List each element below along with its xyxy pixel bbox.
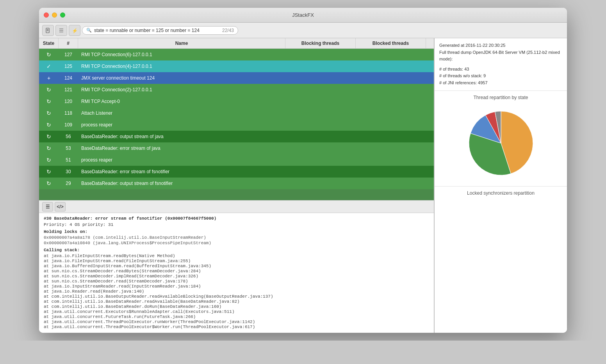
state-cell: + [39, 73, 59, 83]
header-state: State [39, 38, 59, 48]
spacer-cell [426, 123, 434, 126]
document-icon [45, 28, 51, 33]
stack-line: at java.io.InputStreamReader.read(InputS… [44, 284, 429, 289]
spacer-cell [426, 65, 434, 68]
blocked-cell [356, 100, 426, 103]
detail-title: #30 BaseDataReader: error stream of fsno… [44, 216, 429, 221]
generated-label: Generated at 2016-11-22 20:30:25 [439, 42, 562, 49]
search-icon: 🔍 [86, 28, 92, 33]
name-cell: BaseDataReader: error stream of fsnotifi… [78, 167, 285, 176]
number-cell: 53 [59, 144, 78, 153]
name-cell: JMX server connection timeout 124 [78, 74, 285, 82]
stack-lines: at java.io.FileInputStream.readBytes(Nat… [44, 254, 429, 329]
table-row[interactable]: + 124 JMX server connection timeout 124 [39, 72, 434, 84]
number-cell: 30 [59, 167, 78, 176]
search-count: 22/43 [222, 28, 234, 33]
number-cell: 118 [59, 109, 78, 117]
blocked-cell [356, 123, 426, 126]
maximize-button[interactable] [60, 12, 65, 18]
holding-label: Holding locks on: [44, 229, 429, 234]
jni-references: # of JNI references: 4957 [439, 80, 562, 87]
toolbar: ⚡ 🔍 state = runnable or number = 125 or … [39, 23, 567, 38]
table-row[interactable]: ↻ 121 RMI TCP Connection(2)-127.0.0.1 [39, 84, 434, 96]
spacer-cell [426, 76, 434, 80]
table-row[interactable]: ↻ 51 process reaper [39, 154, 434, 166]
blocked-cell [356, 158, 426, 162]
list-button[interactable] [55, 25, 67, 36]
table-row[interactable]: ↻ 127 RMI TCP Connection(6)-127.0.0.1 [39, 49, 434, 60]
blocking-cell [285, 100, 356, 103]
number-cell: 109 [59, 121, 78, 129]
chart-title: Thread repartition by state [439, 95, 562, 100]
number-cell: 56 [59, 132, 78, 141]
traffic-lights[interactable] [44, 12, 65, 18]
stack-line: at java.io.Reader.read(Reader.java:140) [44, 289, 429, 294]
table-row[interactable]: ↻ 109 process reaper [39, 119, 434, 131]
spacer-cell [426, 170, 434, 173]
full-label: Full thread dump OpenJDK 64-Bit Server V… [439, 49, 562, 63]
state-cell: ↻ [39, 97, 59, 106]
blocked-cell [356, 88, 426, 91]
spacer-cell [426, 88, 434, 91]
name-cell: BaseDataReader: error stream of java [78, 144, 285, 153]
flame-button[interactable]: ⚡ [69, 25, 80, 36]
blocked-cell [356, 147, 426, 150]
blocking-cell [285, 112, 356, 115]
header-scroll [426, 38, 434, 48]
blocking-cell [285, 88, 356, 91]
table-row[interactable]: ↻ 120 RMI TCP Accept-0 [39, 96, 434, 107]
threads-no-stack: # of threads w/o stack: 9 [439, 73, 562, 80]
spacer-cell [426, 112, 434, 115]
table-row[interactable]: ↻ 30 BaseDataReader: error stream of fsn… [39, 166, 434, 178]
close-button[interactable] [44, 12, 49, 18]
table-row[interactable]: ↻ 29 BaseDataReader: output stream of fs… [39, 178, 434, 189]
threads-total: # of threads: 43 [439, 66, 562, 73]
document-button[interactable] [42, 25, 54, 36]
name-cell: BaseDataReader: output stream of java [78, 132, 285, 141]
detail-panel: ☰ </> #30 BaseDataReader: error stream o… [39, 200, 434, 333]
detail-list-button[interactable]: ☰ [42, 202, 53, 211]
state-cell: ↻ [39, 144, 59, 153]
state-cell: ↻ [39, 85, 59, 94]
titlebar: JStackFX [39, 8, 567, 23]
name-cell: RMI TCP Accept-0 [78, 97, 285, 106]
table-row[interactable]: ✓ 125 RMI TCP Connection(4)-127.0.0.1 [39, 60, 434, 72]
state-cell: ↻ [39, 179, 59, 188]
name-cell: Attach Listener [78, 109, 285, 117]
detail-toolbar: ☰ </> [39, 201, 434, 213]
name-cell: RMI TCP Connection(4)-127.0.0.1 [78, 62, 285, 71]
spacer-cell [426, 182, 434, 185]
number-cell: 29 [59, 179, 78, 188]
number-cell: 124 [59, 74, 78, 82]
name-cell: RMI TCP Connection(2)-127.0.0.1 [78, 85, 285, 94]
pie-chart [466, 108, 536, 178]
search-input[interactable]: state = runnable or number = 125 or numb… [94, 28, 200, 33]
detail-priority: Priority: 4 OS priority: 31 [44, 222, 429, 227]
blocking-cell [285, 123, 356, 126]
main-content: State # Name Blocking threads Blocked th… [39, 38, 567, 333]
pie-container [439, 104, 562, 182]
table-row[interactable]: ↻ 56 BaseDataReader: output stream of ja… [39, 131, 434, 142]
name-cell: BaseDataReader: output stream of fsnotif… [78, 179, 285, 188]
stack-line: at com.intellij.util.io.BaseDataReader.r… [44, 299, 429, 304]
stack-line: at java.util.concurrent.ThreadPoolExecut… [44, 325, 429, 329]
stack-line: at java.util.concurrent.FutureTask.run(F… [44, 314, 429, 319]
chart-section: Thread repartition by state [435, 91, 567, 186]
state-cell: ↻ [39, 167, 59, 176]
detail-content: #30 BaseDataReader: error stream of fsno… [39, 213, 434, 333]
stack-line: at sun.nio.cs.StreamDecoder.implRead(Str… [44, 274, 429, 279]
spacer-cell [426, 158, 434, 162]
detail-code-button[interactable]: </> [55, 202, 66, 211]
locked-section: Locked synchronizers repartition [435, 186, 567, 200]
search-bar[interactable]: 🔍 state = runnable or number = 125 or nu… [82, 26, 238, 35]
header-number: # [59, 38, 78, 48]
lock-line: 0x00000007a4a10840 (java.lang.UNIXProces… [44, 241, 429, 245]
window-title: JStackFX [292, 12, 314, 18]
minimize-button[interactable] [52, 12, 57, 18]
table-row[interactable]: ↻ 53 BaseDataReader: error stream of jav… [39, 142, 434, 154]
number-cell: 125 [59, 62, 78, 71]
table-row[interactable]: ↻ 118 Attach Listener [39, 107, 434, 119]
list-icon [59, 28, 64, 33]
header-blocked: Blocked threads [356, 38, 426, 48]
blocked-cell [356, 182, 426, 185]
